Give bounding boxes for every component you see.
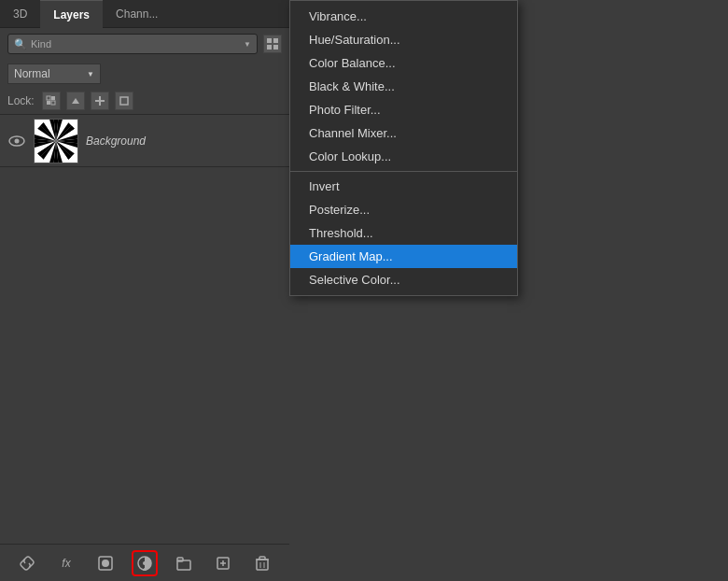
menu-item-color-lookup[interactable]: Color Lookup... — [290, 145, 517, 168]
tab-3d[interactable]: 3D — [0, 0, 40, 28]
layer-styles-btn[interactable]: fx — [53, 550, 79, 576]
svg-rect-4 — [47, 96, 50, 100]
svg-rect-3 — [273, 45, 278, 50]
menu-item-color-balance[interactable]: Color Balance... — [290, 51, 517, 75]
svg-rect-51 — [259, 557, 265, 560]
lock-transparency-btn[interactable] — [42, 92, 61, 110]
adjustment-layer-menu: Vibrance... Hue/Saturation... Color Bala… — [289, 0, 518, 296]
svg-point-41 — [143, 561, 147, 565]
menu-item-hue-saturation[interactable]: Hue/Saturation... — [290, 28, 517, 51]
delete-layer-btn[interactable] — [249, 550, 275, 576]
tab-layers[interactable]: Layers — [40, 0, 103, 28]
kind-chevron-icon — [240, 40, 251, 49]
search-icon: 🔍 — [14, 38, 27, 50]
lock-position-btn[interactable] — [91, 92, 109, 110]
lock-image-btn[interactable] — [66, 92, 85, 110]
svg-rect-1 — [273, 38, 278, 43]
menu-item-threshold[interactable]: Threshold... — [290, 221, 517, 245]
svg-rect-6 — [47, 101, 50, 105]
svg-rect-45 — [177, 558, 183, 561]
menu-item-vibrance[interactable]: Vibrance... — [290, 5, 517, 28]
search-row: 🔍 Kind — [0, 28, 289, 60]
lock-label: Lock: — [7, 94, 35, 107]
new-group-btn[interactable] — [171, 550, 197, 576]
blend-mode-value: Normal — [14, 67, 50, 80]
menu-separator-1 — [290, 171, 517, 172]
eye-icon[interactable] — [7, 132, 26, 150]
menu-item-channel-mixer[interactable]: Channel Mixer... — [290, 121, 517, 145]
link-layers-btn[interactable] — [14, 550, 40, 576]
svg-rect-2 — [267, 45, 272, 50]
menu-item-gradient-map[interactable]: Gradient Map... — [290, 245, 517, 268]
layer-item[interactable]: Background — [0, 115, 289, 167]
layer-mask-btn[interactable] — [92, 550, 119, 576]
blend-mode-dropdown[interactable]: Normal — [7, 64, 101, 84]
tab-channels[interactable]: Chann... — [103, 0, 171, 28]
menu-item-black-white[interactable]: Black & White... — [290, 75, 517, 98]
menu-item-photo-filter[interactable]: Photo Filter... — [290, 98, 517, 121]
new-layer-btn[interactable] — [210, 550, 236, 576]
kind-search-box[interactable]: 🔍 Kind — [7, 34, 258, 54]
mode-row: Normal — [0, 60, 289, 88]
blend-mode-chevron — [83, 70, 94, 78]
layers-panel: 3D Layers Chann... 🔍 Kind Normal Lock: — [0, 0, 289, 581]
layer-name: Background — [86, 135, 146, 148]
menu-item-invert[interactable]: Invert — [290, 175, 517, 198]
menu-item-selective-color[interactable]: Selective Color... — [290, 268, 517, 291]
svg-rect-10 — [120, 97, 128, 105]
kind-label: Kind — [31, 38, 51, 50]
lock-icons — [42, 92, 133, 110]
new-adjustment-layer-btn[interactable] — [132, 550, 158, 576]
filter-icon[interactable] — [263, 35, 282, 53]
tab-bar: 3D Layers Chann... — [0, 0, 289, 28]
svg-rect-5 — [51, 101, 55, 105]
layer-thumbnail — [34, 119, 78, 163]
svg-point-12 — [15, 138, 20, 143]
svg-rect-49 — [257, 560, 268, 570]
svg-point-39 — [102, 560, 109, 567]
menu-item-posterize[interactable]: Posterize... — [290, 198, 517, 221]
fx-label: fx — [62, 557, 70, 570]
bottom-toolbar: fx — [0, 544, 289, 581]
lock-artboard-btn[interactable] — [115, 92, 133, 110]
lock-row: Lock: — [0, 88, 289, 115]
svg-rect-7 — [51, 96, 55, 100]
svg-rect-0 — [267, 38, 272, 43]
